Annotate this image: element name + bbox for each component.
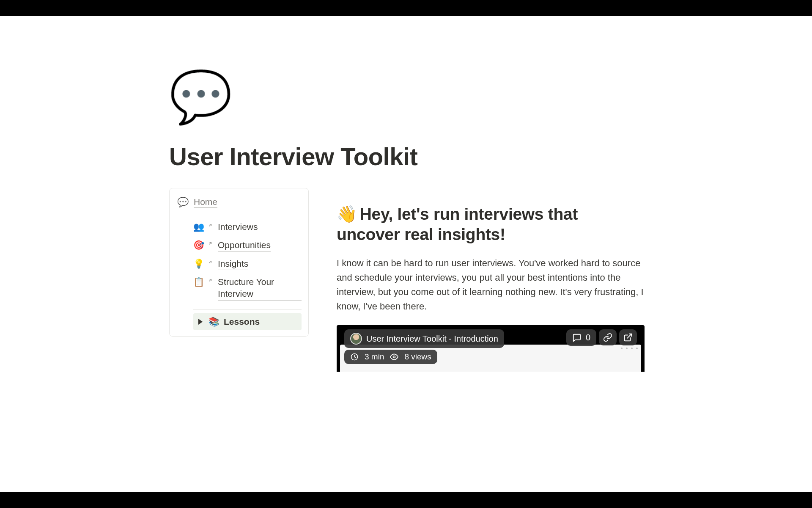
sidebar-lessons-label: Lessons: [224, 317, 260, 327]
letterbox-top: [0, 0, 812, 16]
svg-line-0: [627, 334, 631, 338]
avatar: [350, 333, 362, 345]
sidebar-item-structure[interactable]: 📋 Structure Your Interview: [193, 273, 302, 304]
sidebar-item-label: Interviews: [218, 221, 258, 233]
sidebar-item-insights[interactable]: 💡 Insights: [193, 255, 302, 273]
external-arrow-icon: [208, 223, 213, 228]
page-canvas: 💬 User Interview Toolkit 💬 Home 👥 Interv…: [110, 16, 702, 492]
video-title: User Interview Toolkit - Introduction: [366, 334, 498, 344]
page-title: User Interview Toolkit: [169, 142, 417, 171]
triangle-right-icon: [198, 319, 203, 325]
sidebar-lessons-toggle[interactable]: 📚 Lessons: [193, 313, 302, 330]
sidebar-item-opportunities[interactable]: 🎯 Opportunities: [193, 236, 302, 254]
video-title-pill[interactable]: User Interview Toolkit - Introduction: [344, 329, 504, 348]
books-icon: 📚: [208, 317, 219, 327]
svg-point-2: [393, 356, 395, 358]
sidebar-list: 👥 Interviews 🎯 Opportunities 💡 Insights: [176, 218, 302, 304]
sidebar-item-label: Structure Your Interview: [218, 276, 302, 301]
sidebar-home[interactable]: 💬 Home: [176, 195, 302, 212]
people-icon: 👥: [193, 221, 204, 233]
clipboard-icon: 📋: [193, 276, 204, 288]
letterbox-bottom: [0, 492, 812, 508]
external-arrow-icon: [208, 241, 213, 246]
section-headline: 👋Hey, let's run interviews that uncover …: [337, 204, 645, 245]
video-views: 8 views: [404, 352, 431, 362]
link-icon: [603, 333, 612, 342]
external-link-icon: [623, 333, 633, 342]
video-open-external-button[interactable]: [619, 329, 637, 345]
comment-icon: [572, 333, 582, 342]
external-arrow-icon: [208, 260, 213, 265]
video-meta-pill: 3 min 8 views: [344, 350, 437, 364]
bulb-icon: 💡: [193, 258, 204, 270]
speech-balloon-icon: 💬: [177, 197, 189, 208]
video-comments-count: 0: [586, 333, 590, 342]
clock-icon: [350, 353, 359, 361]
intro-paragraph: I know it can be hard to run user interv…: [337, 256, 645, 314]
external-arrow-icon: [208, 278, 213, 283]
wave-icon: 👋: [337, 205, 357, 223]
sidebar-divider: [193, 309, 302, 310]
main-content: 👋Hey, let's run interviews that uncover …: [337, 204, 645, 314]
video-comments-button[interactable]: 0: [566, 329, 596, 346]
eye-icon: [390, 353, 398, 361]
video-embed[interactable]: User Interview Toolkit - Introduction 0 …: [337, 325, 645, 372]
target-icon: 🎯: [193, 239, 204, 251]
page-icon[interactable]: 💬: [169, 71, 233, 122]
sidebar-item-interviews[interactable]: 👥 Interviews: [193, 218, 302, 236]
video-duration: 3 min: [365, 352, 384, 362]
video-copy-link-button[interactable]: [599, 329, 617, 345]
sidebar-item-label: Opportunities: [218, 239, 271, 251]
sidebar-card: 💬 Home 👥 Interviews 🎯 Opportunities 💡: [169, 188, 309, 337]
headline-text: Hey, let's run interviews that uncover r…: [337, 205, 578, 243]
sidebar-home-label: Home: [194, 197, 217, 208]
sidebar-item-label: Insights: [218, 258, 248, 270]
